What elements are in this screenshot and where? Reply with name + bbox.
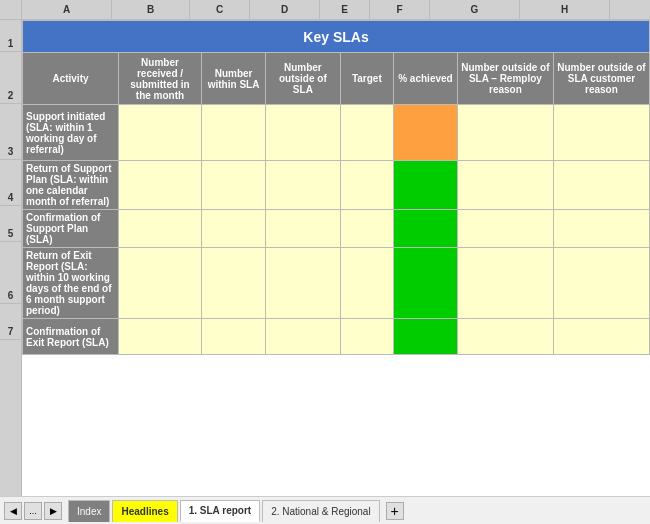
data-row-2: Return of Support Plan (SLA: within one …	[23, 161, 650, 210]
cell-4-g[interactable]	[457, 248, 553, 319]
activity-5: Confirmation of Exit Report (SLA)	[23, 319, 119, 355]
cell-4-b[interactable]	[118, 248, 201, 319]
tab-sla-report[interactable]: 1. SLA report	[180, 500, 260, 522]
cell-3-f[interactable]	[393, 210, 457, 248]
cell-3-b[interactable]	[118, 210, 201, 248]
activity-4: Return of Exit Report (SLA: within 10 wo…	[23, 248, 119, 319]
title-cell: Key SLAs	[23, 21, 650, 53]
cell-4-e[interactable]	[340, 248, 393, 319]
cell-1-c[interactable]	[202, 105, 266, 161]
spreadsheet: A B C D E F G H 1 2 3 4 5 6 7	[0, 0, 650, 524]
cell-2-g[interactable]	[457, 161, 553, 210]
row-numbers: 1 2 3 4 5 6 7	[0, 20, 22, 496]
row-num-6: 6	[0, 242, 21, 304]
col-headers-row: A B C D E F G H	[0, 0, 650, 20]
tabs-bar: ◀ ... ▶ Index Headlines 1. SLA report 2.…	[0, 496, 650, 524]
col-header-d: D	[250, 0, 320, 19]
col-header-a: A	[22, 0, 112, 19]
row-num-2: 2	[0, 52, 21, 104]
header-number-received: Number received / submitted in the month	[118, 53, 201, 105]
data-row-4: Return of Exit Report (SLA: within 10 wo…	[23, 248, 650, 319]
activity-3: Confirmation of Support Plan (SLA)	[23, 210, 119, 248]
header-number-within: Number within SLA	[202, 53, 266, 105]
cell-5-c[interactable]	[202, 319, 266, 355]
table-area: Key SLAs Activity Number received / subm…	[22, 20, 650, 496]
cell-1-b[interactable]	[118, 105, 201, 161]
cell-5-h[interactable]	[553, 319, 649, 355]
cell-1-g[interactable]	[457, 105, 553, 161]
tab-navigation: ◀ ... ▶	[4, 502, 64, 520]
cell-5-d[interactable]	[266, 319, 341, 355]
tab-headlines[interactable]: Headlines	[112, 500, 177, 522]
header-number-outside: Number outside of SLA	[266, 53, 341, 105]
corner-cell	[0, 0, 22, 19]
tab-national-regional[interactable]: 2. National & Regional	[262, 500, 380, 522]
cell-2-f[interactable]	[393, 161, 457, 210]
col-header-h: H	[520, 0, 610, 19]
row-num-1: 1	[0, 20, 21, 52]
col-header-b: B	[112, 0, 190, 19]
add-sheet-button[interactable]: +	[386, 502, 404, 520]
title-row: Key SLAs	[23, 21, 650, 53]
row-num-3: 3	[0, 104, 21, 160]
cell-1-d[interactable]	[266, 105, 341, 161]
cell-4-d[interactable]	[266, 248, 341, 319]
tab-dots-button[interactable]: ...	[24, 502, 42, 520]
col-header-f: F	[370, 0, 430, 19]
header-outside-remploy: Number outside of SLA – Remploy reason	[457, 53, 553, 105]
cell-2-d[interactable]	[266, 161, 341, 210]
data-row-3: Confirmation of Support Plan (SLA)	[23, 210, 650, 248]
tab-index[interactable]: Index	[68, 500, 110, 522]
cell-1-e[interactable]	[340, 105, 393, 161]
main-area: 1 2 3 4 5 6 7	[0, 20, 650, 496]
tab-back-button[interactable]: ◀	[4, 502, 22, 520]
header-pct-achieved: % achieved	[393, 53, 457, 105]
cell-3-g[interactable]	[457, 210, 553, 248]
activity-2: Return of Support Plan (SLA: within one …	[23, 161, 119, 210]
col-header-e: E	[320, 0, 370, 19]
row-num-7: 7	[0, 304, 21, 340]
cell-3-d[interactable]	[266, 210, 341, 248]
cell-4-f[interactable]	[393, 248, 457, 319]
cell-2-b[interactable]	[118, 161, 201, 210]
header-target: Target	[340, 53, 393, 105]
row-num-4: 4	[0, 160, 21, 206]
cell-4-h[interactable]	[553, 248, 649, 319]
col-header-g: G	[430, 0, 520, 19]
tab-forward-button[interactable]: ▶	[44, 502, 62, 520]
cell-5-b[interactable]	[118, 319, 201, 355]
data-row-5: Confirmation of Exit Report (SLA)	[23, 319, 650, 355]
header-activity: Activity	[23, 53, 119, 105]
cell-2-c[interactable]	[202, 161, 266, 210]
cell-1-f[interactable]	[393, 105, 457, 161]
cell-5-e[interactable]	[340, 319, 393, 355]
cell-4-c[interactable]	[202, 248, 266, 319]
data-row-1: Support initiated (SLA: within 1 working…	[23, 105, 650, 161]
cell-1-h[interactable]	[553, 105, 649, 161]
col-header-c: C	[190, 0, 250, 19]
header-outside-customer: Number outside of SLA customer reason	[553, 53, 649, 105]
cell-3-e[interactable]	[340, 210, 393, 248]
cell-3-c[interactable]	[202, 210, 266, 248]
cell-2-e[interactable]	[340, 161, 393, 210]
activity-1: Support initiated (SLA: within 1 working…	[23, 105, 119, 161]
row-num-5: 5	[0, 206, 21, 242]
cell-3-h[interactable]	[553, 210, 649, 248]
cell-5-g[interactable]	[457, 319, 553, 355]
header-row: Activity Number received / submitted in …	[23, 53, 650, 105]
cell-5-f[interactable]	[393, 319, 457, 355]
sla-table: Key SLAs Activity Number received / subm…	[22, 20, 650, 355]
cell-2-h[interactable]	[553, 161, 649, 210]
